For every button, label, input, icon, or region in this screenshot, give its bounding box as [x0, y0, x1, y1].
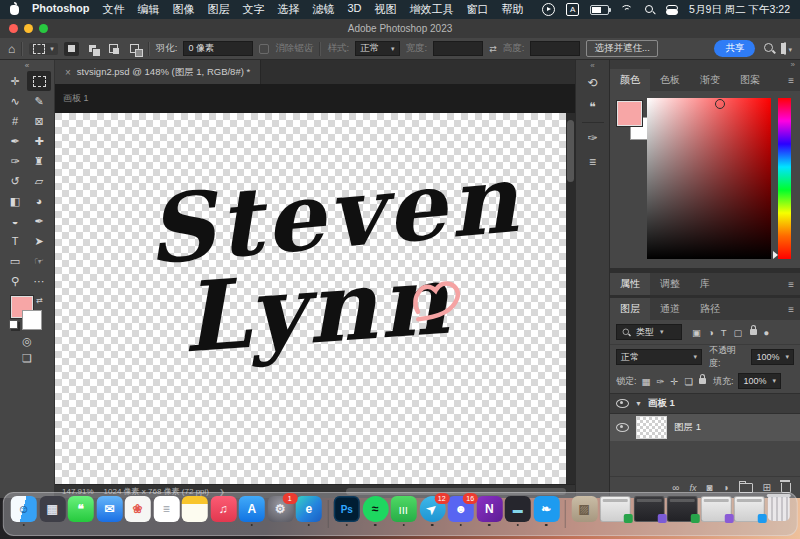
dock-minimized-window-2[interactable]: [633, 496, 664, 526]
hue-pointer[interactable]: [773, 251, 778, 259]
layer-row-selected[interactable]: 图层 1: [610, 414, 800, 441]
vertical-scroll-thumb[interactable]: [567, 120, 574, 182]
lock-position-icon[interactable]: ✛: [670, 376, 678, 387]
add-selection-mode[interactable]: [85, 42, 100, 56]
crop-tool[interactable]: #: [3, 111, 27, 131]
object-selection-tool[interactable]: ✎: [27, 91, 51, 111]
workspace-switcher[interactable]: [784, 43, 792, 54]
pen-tool[interactable]: ✒: [27, 211, 51, 231]
antialias-checkbox[interactable]: [259, 44, 269, 54]
swap-dimensions-icon[interactable]: ⇄: [489, 44, 497, 54]
dock-twitter[interactable]: ❧: [533, 496, 559, 526]
comments-panel-icon[interactable]: ❝: [581, 95, 605, 119]
saturation-brightness-field[interactable]: [647, 98, 771, 259]
dock-spotify[interactable]: ≈: [362, 496, 388, 526]
new-selection-mode[interactable]: [64, 42, 79, 56]
clone-stamp-tool[interactable]: ♜: [27, 151, 51, 171]
zoom-window-button[interactable]: [39, 24, 48, 33]
new-group-icon[interactable]: [739, 483, 753, 493]
color-tab-颜色[interactable]: 颜色: [610, 69, 650, 91]
color-tab-色板[interactable]: 色板: [650, 69, 690, 91]
dock-reminders[interactable]: ≡: [153, 496, 179, 526]
lasso-tool[interactable]: ∿: [3, 91, 27, 111]
menu-item-5[interactable]: 文字: [242, 2, 264, 17]
subtract-selection-mode[interactable]: [106, 42, 121, 56]
layer-effects-icon[interactable]: fx: [690, 483, 697, 493]
width-input[interactable]: [433, 41, 483, 56]
dock-telegram[interactable]: ➤12: [419, 496, 445, 526]
frame-tool[interactable]: ⊠: [27, 111, 51, 131]
filter-shape-layers-icon[interactable]: ▢: [734, 327, 743, 338]
dock-minimized-window-4[interactable]: [700, 496, 731, 526]
edit-toolbar[interactable]: ⋯: [27, 271, 51, 291]
dock-music[interactable]: ♫: [210, 496, 236, 526]
battery-icon[interactable]: [590, 5, 609, 15]
hue-strip[interactable]: [778, 98, 791, 259]
eraser-tool[interactable]: ▱: [27, 171, 51, 191]
layers-panel-menu-icon[interactable]: ≡: [782, 304, 800, 315]
move-tool[interactable]: ✛: [3, 71, 27, 91]
canvas[interactable]: Steven Lynn: [55, 113, 566, 484]
panel-foreground-swatch[interactable]: [617, 101, 642, 126]
menu-item-3[interactable]: 图像: [172, 2, 194, 17]
color-picker-circle[interactable]: [715, 99, 725, 109]
properties-panel-menu-icon[interactable]: ≡: [782, 279, 800, 290]
close-tab-icon[interactable]: ×: [65, 67, 71, 78]
menu-item-8[interactable]: 3D: [347, 2, 361, 17]
color-tab-图案[interactable]: 图案: [730, 69, 770, 91]
screen-record-icon[interactable]: [542, 3, 555, 16]
menu-item-12[interactable]: 帮助: [502, 2, 524, 17]
dock-downloads[interactable]: ▨: [571, 496, 597, 526]
control-center-icon[interactable]: [666, 5, 678, 15]
dock-launchpad[interactable]: ▦: [39, 496, 65, 526]
brush-settings-panel-icon[interactable]: ✑: [581, 126, 605, 150]
lock-all-icon[interactable]: [699, 378, 706, 384]
expand-panels-icon[interactable]: »: [791, 60, 795, 69]
artboard-layer-row[interactable]: ▼ 画板 1: [610, 393, 800, 414]
swap-colors-icon[interactable]: ⇄: [36, 296, 43, 305]
menu-item-4[interactable]: 图层: [207, 2, 229, 17]
hand-tool[interactable]: ☞: [27, 251, 51, 271]
intersect-selection-mode[interactable]: [127, 42, 142, 56]
spotlight-icon[interactable]: [644, 4, 655, 15]
path-select-tool[interactable]: ➤: [27, 231, 51, 251]
filter-type-layers-icon[interactable]: T: [721, 327, 727, 338]
dock-minimized-window-5[interactable]: [734, 496, 765, 526]
dock-minimized-window-1[interactable]: [600, 496, 631, 526]
dock-card-app[interactable]: ▬: [505, 496, 531, 526]
wifi-icon[interactable]: [620, 5, 633, 15]
gradient-tool[interactable]: ◧: [3, 191, 27, 211]
lock-transparent-pixels-icon[interactable]: ▦: [642, 376, 651, 387]
dock-photoshop[interactable]: Ps: [334, 496, 360, 526]
color-panel-menu-icon[interactable]: ≡: [782, 75, 800, 86]
dock-appstore[interactable]: A: [239, 496, 265, 526]
minimize-window-button[interactable]: [24, 24, 33, 33]
menu-item-7[interactable]: 滤镜: [312, 2, 334, 17]
dock-mail[interactable]: ✉: [96, 496, 122, 526]
tool-presets-panel-icon[interactable]: ≡: [581, 150, 605, 174]
menubar-clock[interactable]: 5月9日 周二 下午3:22: [689, 3, 790, 17]
apple-icon[interactable]: [10, 5, 19, 15]
layer-thumbnail[interactable]: [636, 416, 667, 439]
lock-artboard-icon[interactable]: ❏: [684, 376, 693, 387]
properties-tab-属性[interactable]: 属性: [610, 273, 650, 295]
strip-collapse-icon[interactable]: «: [590, 61, 594, 71]
feather-input[interactable]: [183, 41, 253, 56]
zoom-tool[interactable]: ⚲: [3, 271, 27, 291]
filter-flag-icon[interactable]: ●: [764, 327, 770, 338]
toolbar-collapse-icon[interactable]: «: [25, 61, 29, 71]
dock-discord[interactable]: ☻16: [448, 496, 474, 526]
screen-mode-icon[interactable]: ❏: [22, 352, 32, 365]
dock-onenote[interactable]: N: [476, 496, 502, 526]
delete-layer-icon[interactable]: [781, 483, 791, 493]
dock-notes[interactable]: [182, 496, 208, 526]
eyedropper-tool[interactable]: ✒: [3, 131, 27, 151]
document-tab[interactable]: × stvsign2.psd @ 148% (图层 1, RGB/8#) *: [55, 60, 261, 84]
filter-pixel-layers-icon[interactable]: ▣: [692, 327, 701, 338]
menu-item-6[interactable]: 选择: [277, 2, 299, 17]
default-colors-icon[interactable]: [9, 320, 18, 329]
opacity-select[interactable]: 100%: [751, 349, 794, 365]
blur-tool[interactable]: ◕: [27, 191, 51, 211]
height-input[interactable]: [530, 41, 580, 56]
properties-tab-调整[interactable]: 调整: [650, 273, 690, 295]
